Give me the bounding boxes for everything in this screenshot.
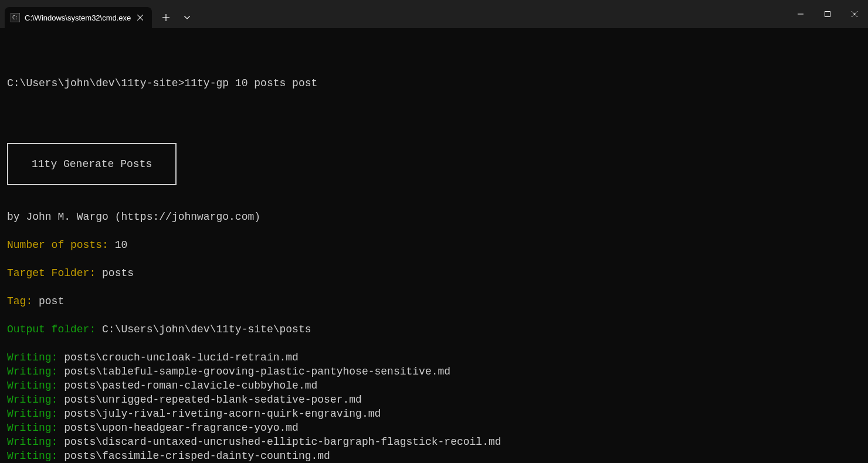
writing-line: Writing: posts\july-rival-riveting-acorn… (7, 407, 861, 421)
title-bar: C: C:\Windows\system32\cmd.exe (0, 0, 868, 28)
tab-dropdown-button[interactable] (177, 7, 198, 28)
writing-file: posts\crouch-uncloak-lucid-retrain.md (64, 352, 299, 363)
output-folder-label: Output folder: (7, 324, 102, 335)
terminal-tab[interactable]: C: C:\Windows\system32\cmd.exe (5, 7, 152, 28)
writing-line: Writing: posts\crouch-uncloak-lucid-retr… (7, 350, 861, 365)
writing-line: Writing: posts\upon-headgear-fragrance-y… (7, 421, 861, 435)
info-num-posts: Number of posts: 10 (7, 238, 861, 252)
minimize-button[interactable] (787, 0, 814, 28)
window-controls (787, 0, 868, 28)
writing-file: posts\july-rival-riveting-acorn-quirk-en… (64, 408, 381, 420)
writing-file: posts\discard-untaxed-uncrushed-elliptic… (64, 436, 501, 448)
writing-label: Writing: (7, 380, 64, 391)
writing-line: Writing: posts\tableful-sample-grooving-… (7, 365, 861, 379)
writing-lines: Writing: posts\crouch-uncloak-lucid-retr… (7, 350, 861, 463)
prompt-line: C:\Users\john\dev\11ty-site>11ty-gp 10 p… (7, 76, 861, 90)
writing-line: Writing: posts\pasted-roman-clavicle-cub… (7, 379, 861, 393)
writing-line: Writing: posts\discard-untaxed-uncrushed… (7, 435, 861, 449)
banner-box: 11ty Generate Posts (7, 143, 177, 185)
writing-label: Writing: (7, 436, 64, 448)
tabs-area: C: C:\Windows\system32\cmd.exe (0, 0, 198, 28)
close-window-button[interactable] (841, 0, 868, 28)
writing-file: posts\upon-headgear-fragrance-yoyo.md (64, 422, 299, 434)
tag-value: post (39, 295, 64, 307)
tab-title: C:\Windows\system32\cmd.exe (25, 13, 131, 22)
prompt-path: C:\Users\john\dev\11ty-site> (7, 77, 184, 89)
writing-label: Writing: (7, 352, 64, 363)
output-folder-value: C:\Users\john\dev\11ty-site\posts (102, 324, 311, 335)
target-folder-value: posts (102, 267, 134, 279)
close-tab-button[interactable] (135, 13, 145, 22)
author-line: by John M. Wargo (https://johnwargo.com) (7, 210, 861, 224)
writing-label: Writing: (7, 450, 64, 462)
writing-label: Writing: (7, 394, 64, 406)
target-folder-label: Target Folder: (7, 267, 102, 279)
writing-line: Writing: posts\facsimile-crisped-dainty-… (7, 449, 861, 463)
writing-file: posts\pasted-roman-clavicle-cubbyhole.md (64, 380, 317, 391)
writing-label: Writing: (7, 366, 64, 377)
banner-title: 11ty Generate Posts (32, 158, 152, 170)
info-output-folder: Output folder: C:\Users\john\dev\11ty-si… (7, 322, 861, 336)
title-bar-drag-area[interactable] (198, 0, 787, 28)
writing-file: posts\tableful-sample-grooving-plastic-p… (64, 366, 450, 377)
writing-file: posts\unrigged-repeated-blank-sedative-p… (64, 394, 362, 406)
command-text: 11ty-gp 10 posts post (184, 77, 317, 89)
terminal-output[interactable]: C:\Users\john\dev\11ty-site>11ty-gp 10 p… (0, 28, 868, 463)
info-tag: Tag: post (7, 294, 861, 308)
info-target-folder: Target Folder: posts (7, 266, 861, 280)
writing-line: Writing: posts\unrigged-repeated-blank-s… (7, 393, 861, 407)
writing-label: Writing: (7, 408, 64, 420)
cmd-icon: C: (11, 13, 20, 22)
tag-label: Tag: (7, 295, 39, 307)
svg-rect-7 (825, 12, 830, 17)
new-tab-button[interactable] (155, 7, 177, 28)
num-posts-label: Number of posts: (7, 239, 115, 251)
num-posts-value: 10 (115, 239, 128, 251)
writing-file: posts\facsimile-crisped-dainty-counting.… (64, 450, 330, 462)
svg-text:C:: C: (12, 15, 18, 21)
maximize-button[interactable] (814, 0, 841, 28)
writing-label: Writing: (7, 422, 64, 434)
